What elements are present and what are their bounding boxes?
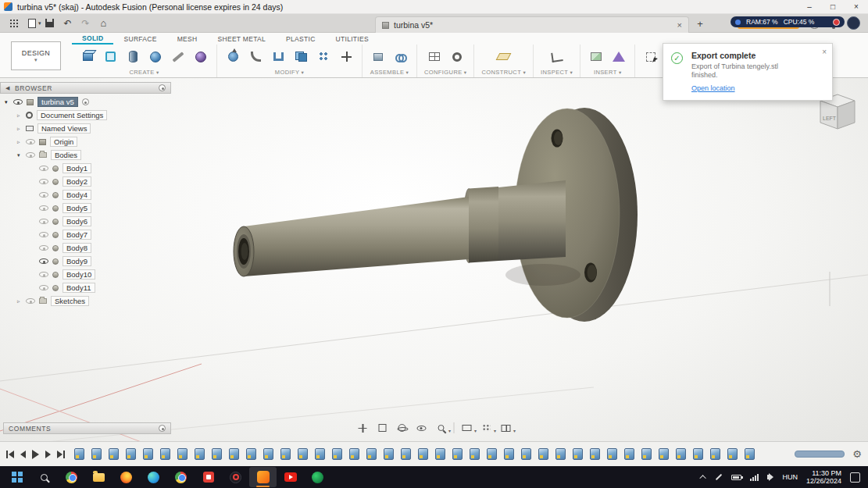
open-location-link[interactable]: Open location <box>691 84 735 92</box>
edge-icon[interactable] <box>140 467 167 487</box>
expand-arrow-icon[interactable] <box>17 298 26 305</box>
timeline-feature-icon[interactable] <box>177 448 188 460</box>
panel-radio-icon[interactable] <box>159 425 166 432</box>
activate-radio-icon[interactable] <box>82 98 89 105</box>
group-label-assemble[interactable]: ASSEMBLE <box>370 69 409 76</box>
timeline-feature-icon[interactable] <box>676 448 686 460</box>
pattern-icon[interactable] <box>315 48 332 66</box>
tab-mesh[interactable]: MESH <box>167 33 208 45</box>
timeline-feature-icon[interactable] <box>315 448 325 460</box>
tab-sheet-metal[interactable]: SHEET METAL <box>208 33 277 45</box>
visibility-eye-icon[interactable] <box>13 99 23 105</box>
volume-icon[interactable] <box>767 475 770 479</box>
youtube-icon[interactable] <box>277 467 304 487</box>
visibility-eye-icon[interactable] <box>39 245 48 251</box>
timeline-feature-track[interactable] <box>74 448 788 460</box>
timeline-feature-icon[interactable] <box>727 448 738 460</box>
modeling-viewport[interactable]: LEFT BROWSER turbina v5 <box>0 78 868 441</box>
group-label-configure[interactable]: CONFIGURE <box>424 69 466 76</box>
collapse-arrow-icon[interactable] <box>17 152 26 159</box>
notification-close-icon[interactable]: × <box>822 48 827 56</box>
fit-view-icon[interactable] <box>375 421 389 435</box>
timeline-feature-icon[interactable] <box>521 448 531 460</box>
new-tab-button[interactable]: + <box>694 18 706 30</box>
shell-icon[interactable] <box>270 48 287 66</box>
new-component-icon[interactable] <box>79 48 96 66</box>
red-app-icon[interactable] <box>195 467 222 487</box>
browser-body-row[interactable]: Body4 <box>0 188 171 201</box>
combine-icon[interactable] <box>292 48 309 66</box>
visibility-eye-icon[interactable] <box>39 166 48 171</box>
timeline-feature-icon[interactable] <box>487 448 497 460</box>
timeline-feature-icon[interactable] <box>246 448 256 460</box>
timeline-feature-icon[interactable] <box>195 448 205 460</box>
network-signal-icon[interactable] <box>750 474 759 481</box>
browser-body-row[interactable]: Body8 <box>0 241 171 255</box>
maximize-button[interactable]: □ <box>821 0 845 13</box>
language-indicator[interactable]: HUN <box>782 473 798 481</box>
timeline-scrollbar[interactable] <box>795 451 845 458</box>
browser-node-named-views[interactable]: Named Views <box>0 122 171 135</box>
timeline-feature-icon[interactable] <box>641 448 652 460</box>
viewports-icon[interactable] <box>498 421 513 435</box>
workspace-selector[interactable]: DESIGN <box>11 41 61 70</box>
visibility-eye-icon[interactable] <box>26 152 35 158</box>
collapse-panel-icon[interactable] <box>5 85 10 91</box>
timeline-feature-icon[interactable] <box>418 448 428 460</box>
timeline-feature-icon[interactable] <box>435 448 445 460</box>
opera-icon[interactable] <box>222 467 249 487</box>
timeline-feature-icon[interactable] <box>126 448 136 460</box>
file-explorer-icon[interactable] <box>85 467 113 487</box>
visibility-eye-icon[interactable] <box>39 258 48 264</box>
timeline-feature-icon[interactable] <box>470 448 480 460</box>
home-icon[interactable] <box>95 16 113 31</box>
document-tab[interactable]: turbina v5* × <box>375 16 689 33</box>
assemble-component-icon[interactable] <box>370 48 387 66</box>
step-back-button[interactable] <box>20 451 26 458</box>
timeline-feature-icon[interactable] <box>538 448 548 460</box>
browser-root-row[interactable]: turbina v5 <box>0 95 171 109</box>
browser-node-sketches[interactable]: Sketches <box>0 294 171 308</box>
fillet-icon[interactable] <box>247 48 264 66</box>
timeline-feature-icon[interactable] <box>332 448 342 460</box>
visibility-eye-icon[interactable] <box>39 285 48 290</box>
file-menu-icon[interactable] <box>23 16 41 31</box>
expand-arrow-icon[interactable] <box>17 139 26 145</box>
search-icon[interactable] <box>30 467 58 487</box>
chrome-2-icon[interactable] <box>167 467 195 487</box>
group-label-insert[interactable]: INSERT <box>594 69 622 76</box>
visibility-eye-icon[interactable] <box>39 179 48 184</box>
group-label-inspect[interactable]: INSPECT <box>541 69 573 76</box>
timeline-feature-icon[interactable] <box>590 448 600 460</box>
timeline-feature-icon[interactable] <box>109 448 119 460</box>
timeline-feature-icon[interactable] <box>573 448 583 460</box>
visibility-eye-icon[interactable] <box>39 205 48 211</box>
timeline-feature-icon[interactable] <box>555 448 566 460</box>
timeline-feature-icon[interactable] <box>693 448 703 460</box>
tray-expand-caret-icon[interactable] <box>700 475 706 481</box>
tab-surface[interactable]: SURFACE <box>113 33 166 45</box>
browser-body-row[interactable]: Body9 <box>0 255 171 268</box>
fusion-icon[interactable] <box>249 467 277 487</box>
expand-arrow-icon[interactable] <box>17 112 26 119</box>
browser-header[interactable]: BROWSER <box>0 82 171 94</box>
app-grid-icon[interactable] <box>5 16 23 31</box>
group-label-create[interactable]: CREATE <box>129 69 159 76</box>
timeline-feature-icon[interactable] <box>160 448 170 460</box>
insert-canvas-icon[interactable] <box>588 48 605 66</box>
timeline-feature-icon[interactable] <box>263 448 273 460</box>
timeline-feature-icon[interactable] <box>710 448 720 460</box>
extrude-icon[interactable] <box>124 48 141 66</box>
browser-body-row[interactable]: Body2 <box>0 175 171 188</box>
action-center-icon[interactable] <box>850 472 860 483</box>
step-forward-button[interactable] <box>45 451 51 458</box>
visibility-eye-icon[interactable] <box>39 272 48 277</box>
display-settings-icon[interactable] <box>459 421 473 435</box>
close-button[interactable]: × <box>845 0 868 13</box>
timeline-feature-icon[interactable] <box>384 448 394 460</box>
select-tool-icon[interactable] <box>642 48 659 66</box>
timeline-settings-gear-icon[interactable] <box>852 448 862 460</box>
expand-arrow-icon[interactable] <box>17 126 26 132</box>
browser-body-row[interactable]: Body5 <box>0 201 171 215</box>
skip-to-start-button[interactable] <box>6 451 14 458</box>
